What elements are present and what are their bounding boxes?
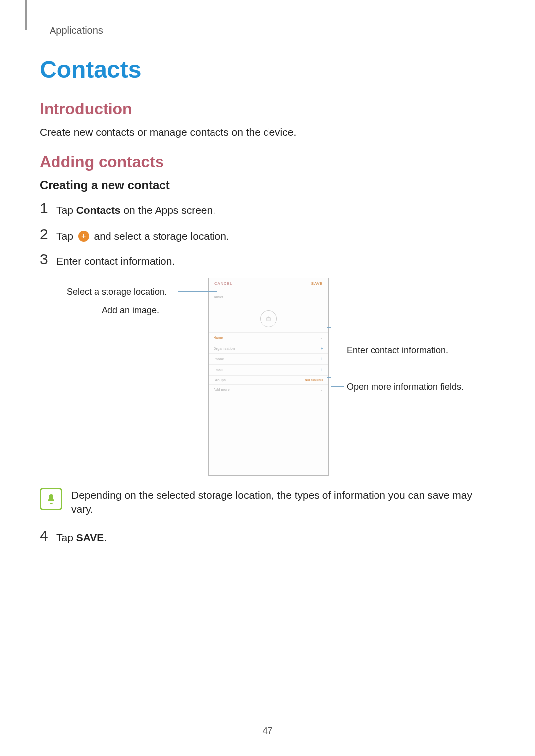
storage-row: Tablet <box>209 288 328 303</box>
bell-icon <box>40 488 62 510</box>
callout-line <box>331 350 344 350</box>
phone-mock: CANCEL SAVE Tablet Name ⌄ Organisation +… <box>208 278 329 476</box>
field-phone: Phone + <box>209 354 328 365</box>
step-number: 1 <box>40 201 56 216</box>
note-text: Depending on the selected storage locati… <box>71 488 495 517</box>
heading-adding-contacts: Adding contacts <box>40 153 495 171</box>
text-fragment: on the Apps screen. <box>121 204 215 216</box>
field-label: Organisation <box>214 347 235 350</box>
callout-storage-location: Select a storage location. <box>67 287 167 297</box>
callout-line <box>327 372 331 372</box>
step-4: 4 Tap SAVE. <box>40 528 495 545</box>
figure-contact-editor: CANCEL SAVE Tablet Name ⌄ Organisation +… <box>40 278 495 486</box>
add-icon: + <box>321 356 323 362</box>
step-text: Tap SAVE. <box>56 528 107 545</box>
chevron-down-icon: ⌄ <box>320 387 323 392</box>
callout-line <box>327 377 331 378</box>
text-fragment: . <box>104 532 107 543</box>
note-block: Depending on the selected storage locati… <box>40 488 495 517</box>
avatar-area <box>209 303 328 333</box>
callout-line <box>163 310 260 310</box>
chevron-down-icon: ⌄ <box>320 335 323 340</box>
field-label: Name <box>214 336 223 339</box>
callout-enter-info: Enter contact information. <box>347 345 448 355</box>
callout-add-image: Add an image. <box>102 305 159 316</box>
heading-introduction: Introduction <box>40 100 495 118</box>
field-label: Groups <box>214 378 226 382</box>
step-text: Tap + and select a storage location. <box>56 227 229 243</box>
svg-point-1 <box>268 318 269 320</box>
callout-line <box>331 377 331 386</box>
callout-line <box>331 386 344 387</box>
manual-page: Applications Contacts Introduction Creat… <box>0 0 535 756</box>
step-number: 3 <box>40 252 56 267</box>
page-number: 47 <box>0 725 535 736</box>
step-2: 2 Tap + and select a storage location. <box>40 227 495 243</box>
page-title: Contacts <box>40 56 495 83</box>
bold-text: Contacts <box>76 204 121 216</box>
text-fragment: and select a storage location. <box>91 230 229 242</box>
storage-value: Tablet <box>214 295 223 299</box>
step-number: 2 <box>40 227 56 242</box>
header-tab-marker <box>25 0 27 30</box>
cancel-button-label: CANCEL <box>214 281 232 286</box>
field-label: Email <box>214 368 223 372</box>
field-organisation: Organisation + <box>209 343 328 354</box>
heading-creating-new-contact: Creating a new contact <box>40 178 495 192</box>
add-icon: + <box>321 367 323 373</box>
section-label: Applications <box>50 25 495 36</box>
phone-topbar: CANCEL SAVE <box>209 278 328 288</box>
field-groups: Groups Not assigned <box>209 376 328 385</box>
groups-value: Not assigned <box>305 378 323 381</box>
field-label: Phone <box>214 357 224 361</box>
callout-more-fields: Open more information fields. <box>347 382 464 392</box>
add-icon: + <box>321 346 323 351</box>
field-label: Add more <box>214 388 230 391</box>
callout-line <box>327 327 331 328</box>
text-fragment: Tap <box>56 532 76 543</box>
callout-line <box>178 291 217 292</box>
step-text: Enter contact information. <box>56 252 175 268</box>
save-button-label: SAVE <box>311 281 322 286</box>
camera-icon <box>260 310 277 327</box>
intro-paragraph: Create new contacts or manage contacts o… <box>40 125 495 139</box>
bold-text: SAVE <box>76 532 104 543</box>
step-text: Tap Contacts on the Apps screen. <box>56 201 215 217</box>
field-email: Email + <box>209 365 328 376</box>
step-3: 3 Enter contact information. <box>40 252 495 268</box>
plus-icon: + <box>78 231 89 242</box>
step-1: 1 Tap Contacts on the Apps screen. <box>40 201 495 217</box>
field-add-more: Add more ⌄ <box>209 385 328 395</box>
text-fragment: Tap <box>56 204 76 216</box>
text-fragment: Tap <box>56 230 76 242</box>
field-name: Name ⌄ <box>209 333 328 343</box>
step-number: 4 <box>40 528 56 543</box>
